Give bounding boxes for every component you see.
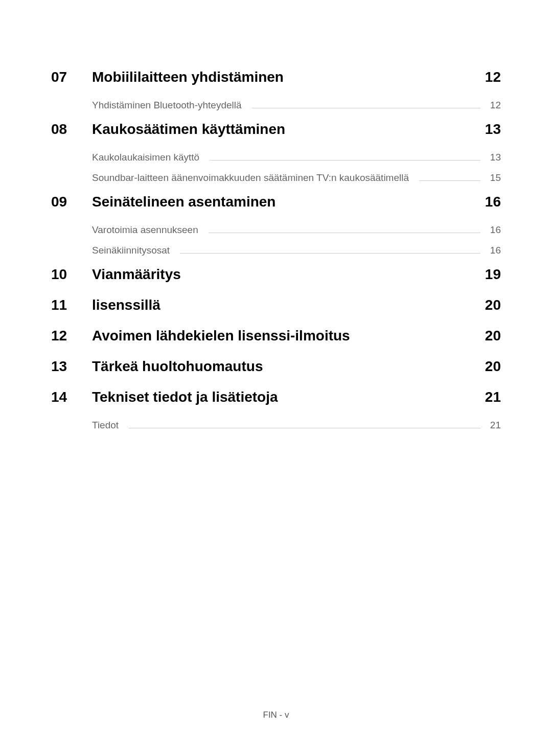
leader-line xyxy=(180,253,480,254)
sub-title: Varotoimia asennukseen xyxy=(92,224,203,236)
section-page: 16 xyxy=(470,194,501,210)
sub-page: 16 xyxy=(486,245,501,256)
sub-page: 21 xyxy=(486,420,501,431)
sub-page: 16 xyxy=(486,224,501,236)
toc-sub-item: Kaukolaukaisimen käyttö 13 xyxy=(92,152,501,163)
section-title: Mobiililaitteen yhdistäminen xyxy=(92,69,470,85)
section-title: Kaukosäätimen käyttäminen xyxy=(92,121,470,138)
section-title: Seinätelineen asentaminen xyxy=(92,194,470,210)
section-number: 14 xyxy=(51,389,92,405)
leader-line xyxy=(210,160,480,161)
toc-sub-item: Yhdistäminen Bluetooth-yhteydellä 12 xyxy=(92,100,501,111)
sub-page: 13 xyxy=(486,152,501,163)
section-title: Vianmääritys xyxy=(92,266,470,283)
section-page: 12 xyxy=(470,69,501,85)
toc-section: 09 Seinätelineen asentaminen 16 xyxy=(51,194,501,210)
section-page: 13 xyxy=(470,121,501,138)
sub-page: 15 xyxy=(486,172,501,184)
toc-section: 12 Avoimen lähdekielen lisenssi-ilmoitus… xyxy=(51,328,501,344)
sub-title: Seinäkiinnitysosat xyxy=(92,245,175,256)
toc-sub-item: Varotoimia asennukseen 16 xyxy=(92,224,501,236)
section-title: Avoimen lähdekielen lisenssi-ilmoitus xyxy=(92,328,470,344)
section-number: 10 xyxy=(51,266,92,283)
toc-section: 13 Tärkeä huoltohuomautus 20 xyxy=(51,358,501,375)
sub-title: Soundbar-laitteen äänenvoimakkuuden säät… xyxy=(92,172,414,184)
toc-section: 10 Vianmääritys 19 xyxy=(51,266,501,283)
section-page: 20 xyxy=(470,328,501,344)
section-number: 11 xyxy=(51,297,92,313)
section-number: 08 xyxy=(51,121,92,138)
sub-page: 12 xyxy=(486,100,501,111)
page-footer: FIN - v xyxy=(0,710,552,720)
section-number: 07 xyxy=(51,69,92,85)
toc-sub-item: Seinäkiinnitysosat 16 xyxy=(92,245,501,256)
leader-line xyxy=(129,428,480,428)
section-number: 12 xyxy=(51,328,92,344)
toc-section: 14 Tekniset tiedot ja lisätietoja 21 xyxy=(51,389,501,405)
toc-section: 11 lisenssillä 20 xyxy=(51,297,501,313)
toc-section: 07 Mobiililaitteen yhdistäminen 12 xyxy=(51,69,501,85)
toc-sub-item: Tiedot 21 xyxy=(92,420,501,431)
section-title: Tärkeä huoltohuomautus xyxy=(92,358,470,375)
leader-line xyxy=(209,233,480,233)
sub-title: Tiedot xyxy=(92,420,124,431)
section-page: 19 xyxy=(470,266,501,283)
sub-title: Yhdistäminen Bluetooth-yhteydellä xyxy=(92,100,247,111)
section-page: 21 xyxy=(470,389,501,405)
leader-line xyxy=(419,180,480,181)
toc-section: 08 Kaukosäätimen käyttäminen 13 xyxy=(51,121,501,138)
section-title: Tekniset tiedot ja lisätietoja xyxy=(92,389,470,405)
section-title: lisenssillä xyxy=(92,297,470,313)
section-page: 20 xyxy=(470,358,501,375)
section-page: 20 xyxy=(470,297,501,313)
section-number: 09 xyxy=(51,194,92,210)
section-number: 13 xyxy=(51,358,92,375)
toc-sub-item: Soundbar-laitteen äänenvoimakkuuden säät… xyxy=(92,172,501,184)
sub-title: Kaukolaukaisimen käyttö xyxy=(92,152,204,163)
table-of-contents: 07 Mobiililaitteen yhdistäminen 12 Yhdis… xyxy=(0,0,552,431)
leader-line xyxy=(252,108,480,108)
